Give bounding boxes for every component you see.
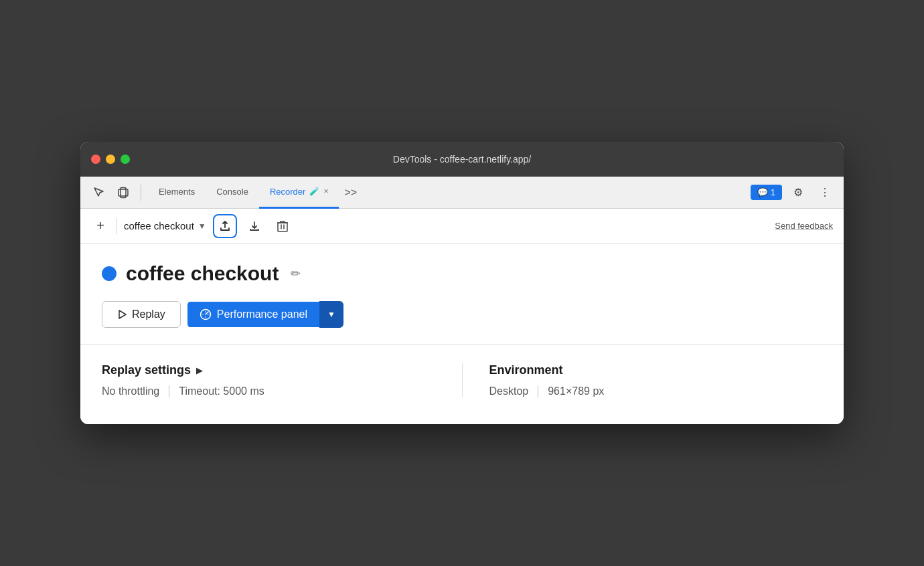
performance-panel-dropdown-button[interactable]: ▼ xyxy=(319,301,343,328)
environment-type: Desktop xyxy=(489,385,529,397)
environment-title: Environment xyxy=(489,363,823,377)
main-content: coffee checkout ✏ Replay Performance pa xyxy=(80,244,844,424)
tab-close-icon[interactable]: × xyxy=(323,187,328,196)
replay-settings-arrow-icon: ▶ xyxy=(196,366,202,375)
replay-button[interactable]: Replay xyxy=(102,301,181,328)
devtools-window: DevTools - coffee-cart.netlify.app/ Elem… xyxy=(80,142,844,424)
settings-section: Replay settings ▶ No throttling Timeout:… xyxy=(102,345,822,411)
tab-console[interactable]: Console xyxy=(206,177,259,209)
device-toggle-button[interactable] xyxy=(112,182,134,203)
svg-marker-3 xyxy=(119,310,126,318)
tab-elements[interactable]: Elements xyxy=(148,177,206,209)
edit-title-icon[interactable]: ✏ xyxy=(291,266,301,281)
more-icon: ⋮ xyxy=(820,186,830,199)
recorder-toolbar: + coffee checkout ▼ xyxy=(80,209,844,244)
tab-recorder[interactable]: Recorder 🧪 × xyxy=(259,177,339,209)
environment-column: Environment Desktop 961×789 px xyxy=(462,363,823,397)
dropdown-chevron-icon: ▼ xyxy=(327,310,335,319)
recording-selector[interactable]: coffee checkout ▼ xyxy=(124,220,206,231)
performance-panel-button: Performance panel ▼ xyxy=(187,301,343,328)
recorder-icon: 🧪 xyxy=(309,187,319,196)
performance-panel-main-button[interactable]: Performance panel xyxy=(187,302,319,327)
traffic-lights xyxy=(91,155,130,164)
more-tabs-button[interactable]: >> xyxy=(339,177,362,209)
action-buttons: Replay Performance panel ▼ xyxy=(102,301,822,328)
maximize-button[interactable] xyxy=(121,155,130,164)
settings-separator xyxy=(169,385,169,397)
title-bar: DevTools - coffee-cart.netlify.app/ xyxy=(80,142,844,177)
inspect-element-button[interactable] xyxy=(88,182,110,203)
import-button[interactable] xyxy=(244,215,265,237)
settings-button[interactable]: ⚙ xyxy=(787,182,809,203)
resolution-value: 961×789 px xyxy=(548,385,604,397)
minimize-button[interactable] xyxy=(106,155,115,164)
devtools-toolbar: Elements Console Recorder 🧪 × >> 💬 1 ⚙ xyxy=(80,177,844,209)
recording-title: coffee checkout xyxy=(126,262,279,285)
export-button[interactable] xyxy=(213,214,237,238)
chevron-down-icon: ▼ xyxy=(198,221,206,231)
devtools-tabs: Elements Console Recorder 🧪 × >> xyxy=(148,177,748,209)
delete-recording-button[interactable] xyxy=(272,215,293,237)
svg-rect-2 xyxy=(278,223,287,231)
gear-icon: ⚙ xyxy=(793,186,803,199)
recording-header: coffee checkout ✏ xyxy=(102,262,822,285)
window-title: DevTools - coffee-cart.netlify.app/ xyxy=(393,154,531,165)
close-button[interactable] xyxy=(91,155,100,164)
recording-name: coffee checkout xyxy=(124,220,194,231)
send-feedback-link[interactable]: Send feedback xyxy=(775,221,833,231)
replay-settings-values: No throttling Timeout: 5000 ms xyxy=(102,385,435,397)
recorder-divider xyxy=(117,218,117,234)
chat-icon: 💬 xyxy=(757,187,768,197)
recording-status-dot xyxy=(102,266,117,281)
environment-values: Desktop 961×789 px xyxy=(489,385,823,397)
env-separator xyxy=(538,385,538,397)
more-options-button[interactable]: ⋮ xyxy=(814,182,836,203)
toolbar-right: 💬 1 ⚙ ⋮ xyxy=(751,182,836,203)
toolbar-divider-1 xyxy=(141,185,141,201)
timeout-value: Timeout: 5000 ms xyxy=(179,385,264,397)
throttling-value: No throttling xyxy=(102,385,159,397)
svg-rect-0 xyxy=(119,189,128,196)
replay-settings-title[interactable]: Replay settings ▶ xyxy=(102,363,435,377)
feedback-badge-button[interactable]: 💬 1 xyxy=(751,185,782,200)
add-recording-button[interactable]: + xyxy=(91,217,110,235)
replay-settings-column: Replay settings ▶ No throttling Timeout:… xyxy=(102,363,462,397)
